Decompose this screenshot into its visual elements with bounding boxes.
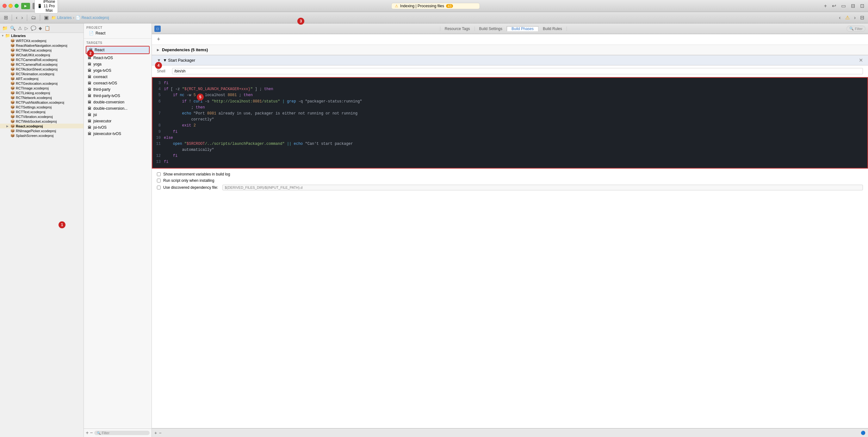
close-section-btn[interactable]: ✕ bbox=[859, 57, 863, 63]
nav-right[interactable]: › bbox=[853, 14, 857, 21]
nav-file-item[interactable]: 📦 RCTWebSocket.xcodeproj bbox=[0, 119, 84, 124]
other-target-item[interactable]: 🏛 React-tvOS bbox=[84, 55, 152, 61]
nav-item-libraries[interactable]: ▼ 📁 Libraries bbox=[0, 33, 84, 38]
remove-target-btn[interactable]: − bbox=[90, 430, 93, 436]
back-forward-button[interactable]: ↩ bbox=[831, 2, 837, 9]
dependencies-phase-header[interactable]: ▶ Dependencies (5 items) bbox=[152, 45, 868, 55]
nav-file-item[interactable]: 📦 RCTGeolocation.xcodeproj bbox=[0, 81, 84, 86]
nav-file-item[interactable]: 📦 RCTPushNotification.xcodeproj bbox=[0, 100, 84, 105]
code-editor[interactable]: 3 fi 4 if [ -z "${RCT_NO_LAUNCH_PACKAGER… bbox=[152, 77, 868, 168]
nav-btn-issues[interactable]: ⚠ bbox=[17, 25, 23, 31]
line-number: 9 bbox=[152, 129, 164, 135]
nav-file-item[interactable]: 📦 RCTWeChat.xcodeproj bbox=[0, 48, 84, 53]
dep-file-checkbox[interactable] bbox=[157, 186, 161, 189]
nav-btn-folder[interactable]: 📁 bbox=[1, 25, 8, 31]
code-line: 12 fi bbox=[152, 153, 867, 159]
nav-file-name: ART.xcodeproj bbox=[16, 77, 38, 81]
nav-btn-search[interactable]: 🔍 bbox=[9, 25, 17, 31]
tab-build-settings[interactable]: Build Settings bbox=[474, 27, 507, 31]
nav-file-item[interactable]: 📦 RCTNetwork.xcodeproj bbox=[0, 95, 84, 100]
nav-file-item[interactable]: 📦 WRTCKit.xcodeproj bbox=[0, 38, 84, 43]
breadcrumb-libraries[interactable]: Libraries bbox=[57, 15, 72, 20]
other-target-item[interactable]: 🏛 third-party-tvOS bbox=[84, 93, 152, 99]
bottom-remove-btn[interactable]: − bbox=[159, 430, 161, 435]
tab-resource-tags[interactable]: Resource Tags bbox=[440, 27, 475, 31]
nav-file-item[interactable]: 📦 RCTVibration.xcodeproj bbox=[0, 114, 84, 119]
nav-file-item[interactable]: 📦 WChatUIKit.xcodeproj bbox=[0, 53, 84, 57]
nav-file-item[interactable]: 📦 RCTText.xcodeproj bbox=[0, 110, 84, 114]
bottom-add-btn[interactable]: + bbox=[154, 430, 157, 435]
nav-icons[interactable]: ⊞ bbox=[3, 14, 9, 21]
nav-file-item[interactable]: 📦 SplashScreen.xcodeproj bbox=[0, 133, 84, 138]
other-target-item[interactable]: 🏛 cxxreact bbox=[84, 74, 152, 80]
other-target-item[interactable]: 🏛 third-party bbox=[84, 86, 152, 93]
target-item-name: third-party-tvOS bbox=[93, 94, 120, 98]
filter-box[interactable]: 🔍 Filter bbox=[94, 431, 150, 435]
env-vars-checkbox[interactable] bbox=[157, 172, 161, 176]
minimize-button[interactable] bbox=[8, 4, 13, 8]
nav-file-item[interactable]: 📦 RCTCameraRoll.xcodeproj bbox=[0, 57, 84, 62]
other-target-item[interactable]: 🏛 jsi-tvOS bbox=[84, 124, 152, 131]
nav-files: 📦 WRTCKit.xcodeproj 📦 ReactNativeNavigat… bbox=[0, 38, 84, 138]
shell-input[interactable] bbox=[172, 68, 863, 74]
other-target-item[interactable]: 🏛 yoga-tvOS bbox=[84, 67, 152, 74]
start-packager-header[interactable]: ▼ ▼ Start Packager ✕ bbox=[152, 55, 868, 65]
nav-btn-breakpoints[interactable]: ◆ bbox=[38, 25, 43, 31]
add-button[interactable]: + bbox=[823, 3, 828, 9]
add-phase-btn[interactable]: + bbox=[157, 36, 160, 43]
nav-file-item[interactable]: 📦 RCTSettings.xcodeproj bbox=[0, 105, 84, 110]
target-item-name: jsi bbox=[93, 113, 97, 117]
tab-build-rules[interactable]: Build Rules bbox=[538, 27, 567, 31]
run-script-checkbox[interactable] bbox=[157, 179, 161, 183]
scheme-selector[interactable]: 📱 iPhone 11 Pro Max bbox=[44, 4, 49, 8]
nav-file-item[interactable]: 📦 RCTImage.xcodeproj bbox=[0, 86, 84, 90]
line-number bbox=[152, 105, 164, 111]
start-packager-section: ▼ ▼ Start Packager ✕ Shell 3 fi 4 if [ -… bbox=[152, 55, 868, 193]
nav-file-item[interactable]: 📦 ReactNativeNavigation.xcodeproj bbox=[0, 43, 84, 48]
nav-file-item[interactable]: 📦 RCTAnimation.xcodeproj bbox=[0, 71, 84, 76]
nav-hierarchy[interactable]: 🗂 bbox=[30, 14, 37, 21]
nav-file-item[interactable]: 📦 RCTLinking.xcodeproj bbox=[0, 90, 84, 95]
editor-toggle[interactable]: ▭ bbox=[840, 2, 847, 9]
other-target-item[interactable]: 🏛 double-conversion bbox=[84, 99, 152, 105]
nav-file-item[interactable]: 📦 RCTActionSheet.xcodeproj bbox=[0, 67, 84, 71]
line-number: 12 bbox=[152, 153, 164, 159]
add-target-btn[interactable]: + bbox=[86, 430, 89, 436]
nav-btn-report[interactable]: 📋 bbox=[44, 25, 51, 31]
nav-file-item[interactable]: ▶ 📦 React.xcodeproj bbox=[0, 124, 84, 128]
tab-build-phases[interactable]: Build Phases bbox=[507, 26, 538, 31]
project-item-react[interactable]: 📄 React bbox=[86, 30, 149, 36]
inspector-icon-btn[interactable]: ◻ bbox=[154, 26, 161, 32]
other-target-item[interactable]: 🏛 double-conversion... bbox=[84, 105, 152, 112]
nav-file-name: RCTNetwork.xcodeproj bbox=[16, 96, 52, 100]
nav-btn-debug[interactable]: 💬 bbox=[30, 25, 37, 31]
breadcrumb-file[interactable]: React.xcodeproj bbox=[82, 15, 109, 20]
nav-file-item[interactable]: 📦 ART.xcodeproj bbox=[0, 76, 84, 81]
start-packager-chevron: ▼ bbox=[157, 58, 161, 63]
other-target-item[interactable]: 🏛 cxxreact-tvOS bbox=[84, 80, 152, 86]
other-target-item[interactable]: 🏛 jsi bbox=[84, 112, 152, 118]
filter-input-box[interactable]: 🔍 Filter bbox=[846, 26, 865, 32]
nav-file-item[interactable]: 📦 RNImagePicker.xcodeproj bbox=[0, 128, 84, 133]
close-button[interactable] bbox=[3, 4, 7, 8]
project-panel: PROJECT 📄 React TARGETS 🏛 React 🏛 React-… bbox=[84, 23, 152, 437]
other-target-item[interactable]: 🏛 jsiexecutor-tvOS bbox=[84, 131, 152, 137]
dep-file-input[interactable] bbox=[222, 185, 863, 190]
nav-forward[interactable]: › bbox=[20, 14, 24, 21]
panel-toggle[interactable]: ⊡ bbox=[859, 2, 865, 9]
nav-btn-test[interactable]: ▷ bbox=[24, 25, 29, 31]
nav-left[interactable]: ‹ bbox=[838, 14, 842, 21]
target-item-name: jsiexecutor bbox=[93, 119, 111, 123]
other-target-item[interactable]: 🏛 yoga bbox=[84, 61, 152, 67]
file-icon: 📦 bbox=[10, 133, 15, 137]
run-button[interactable]: ▶ bbox=[21, 3, 30, 9]
other-target-item[interactable]: 🏛 jsiexecutor bbox=[84, 118, 152, 124]
layout-toggle[interactable]: ⊟ bbox=[850, 2, 856, 9]
target-react[interactable]: 🏛 React bbox=[86, 46, 149, 54]
nav-file-item[interactable]: 📦 RCTCameraRoll.xcodeproj bbox=[0, 62, 84, 67]
nav-back[interactable]: ‹ bbox=[14, 14, 19, 21]
inspector-toggle[interactable]: ⊟ bbox=[859, 14, 865, 21]
fullscreen-button[interactable] bbox=[14, 4, 19, 8]
expand-btn[interactable]: ▣ bbox=[43, 14, 50, 21]
warning-icon-btn[interactable]: ⚠ bbox=[844, 14, 851, 21]
